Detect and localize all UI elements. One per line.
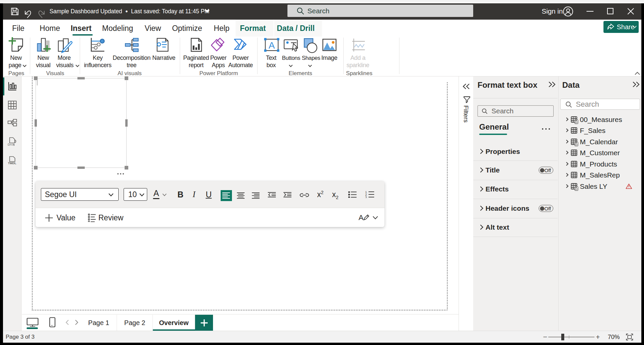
svg-text:TMDL: TMDL [8, 162, 16, 165]
svg-text:DAX: DAX [8, 143, 14, 146]
svg-text:3: 3 [365, 196, 367, 198]
svg-text:A: A [268, 40, 275, 51]
